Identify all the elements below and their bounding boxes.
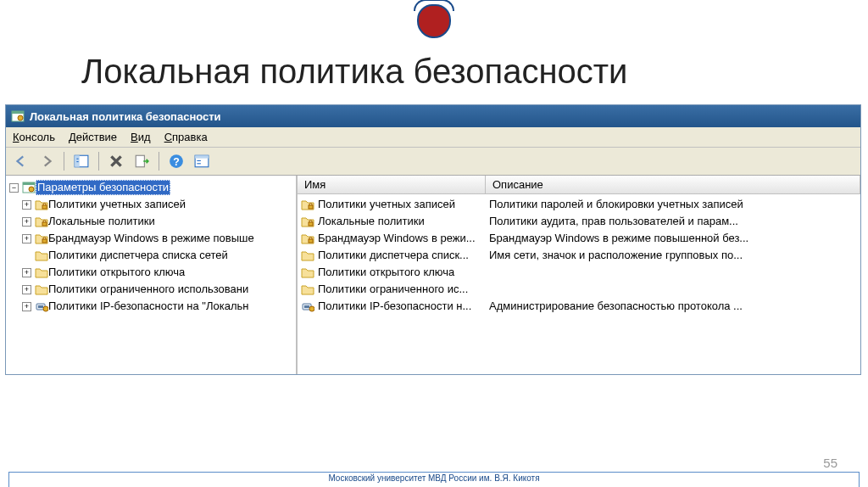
slide-number: 55 (823, 456, 837, 470)
list-item-name: Локальные политики (318, 214, 425, 229)
separator (159, 152, 159, 171)
menu-view[interactable]: Вид (131, 131, 151, 143)
svg-rect-13 (197, 163, 201, 164)
folder-icon (301, 249, 314, 262)
ipsec-icon (35, 299, 48, 313)
svg-rect-6 (76, 161, 78, 162)
tree-item-label: Локальные политики (48, 214, 155, 229)
tree-item[interactable]: Параметры безопасности (8, 179, 294, 196)
expander-icon[interactable] (9, 183, 19, 193)
export-button[interactable] (131, 151, 152, 171)
folder-icon (35, 249, 48, 262)
svg-rect-1 (12, 111, 24, 114)
svg-rect-24 (309, 222, 313, 226)
tree-item[interactable]: Брандмауэр Windows в режиме повыше (8, 230, 294, 247)
tree-item[interactable]: Локальные политики (8, 213, 294, 230)
svg-rect-23 (309, 205, 313, 209)
list-item-description: Имя сети, значок и расположение групповы… (486, 248, 857, 263)
properties-button[interactable] (192, 151, 212, 171)
slide-title: Локальная политика безопасности (81, 53, 868, 91)
svg-point-28 (309, 306, 314, 311)
delete-button[interactable] (106, 151, 126, 171)
list-item-name: Политики ограниченного ис... (318, 282, 468, 297)
list-item[interactable]: Политики IP-безопасности н...Администрир… (298, 298, 860, 315)
list-item[interactable]: Локальные политикиПолитики аудита, прав … (298, 213, 860, 230)
tree-item-label: Политики учетных записей (48, 197, 186, 212)
expander-icon[interactable] (22, 234, 31, 244)
folder-lock-icon (301, 198, 314, 211)
folder-lock-icon (301, 232, 314, 245)
list-item[interactable]: Политики диспетчера списк...Имя сети, зн… (298, 247, 860, 264)
menu-help[interactable]: Справка (164, 131, 208, 143)
list-item-name: Политики учетных записей (318, 197, 455, 212)
folder-lock-icon (35, 198, 48, 211)
expander-icon[interactable] (22, 285, 31, 294)
show-hide-tree-button[interactable] (71, 151, 92, 171)
footer-bar: Московский университет МВД России им. В.… (8, 472, 860, 487)
svg-text:?: ? (173, 156, 180, 168)
tree-item[interactable]: Политики IP-безопасности на "Локальн (8, 298, 294, 315)
list-item[interactable]: Политики учетных записейПолитики паролей… (298, 196, 860, 213)
tree-item[interactable]: Политики диспетчера списка сетей (8, 247, 294, 264)
svg-rect-25 (309, 239, 313, 243)
svg-rect-21 (38, 305, 43, 308)
list-item-name: Брандмауэр Windows в режи... (318, 231, 476, 246)
folder-icon (35, 266, 48, 279)
svg-rect-7 (136, 155, 144, 167)
forward-button[interactable] (36, 151, 57, 171)
column-description-header[interactable]: Описание (486, 176, 860, 193)
menu-console[interactable]: Консоль (13, 131, 55, 143)
list-item-description: Брандмауэр Windows в режиме повышенной б… (486, 231, 857, 246)
column-name-header[interactable]: Имя (298, 176, 486, 193)
list-item-description: Политики паролей и блокировки учетных за… (486, 197, 857, 212)
expander-icon (22, 251, 31, 260)
toolbar: ? (6, 148, 860, 176)
window-titlebar: Локальная политика безопасности (6, 105, 860, 127)
svg-point-2 (18, 115, 23, 120)
list-item[interactable]: Политики открытого ключа (298, 264, 860, 281)
back-button[interactable] (11, 151, 31, 171)
folder-lock-icon (35, 232, 48, 245)
tree-pane[interactable]: Параметры безопасностиПолитики учетных з… (6, 176, 298, 374)
expander-icon[interactable] (22, 200, 31, 210)
svg-rect-27 (304, 305, 309, 308)
list-item[interactable]: Брандмауэр Windows в режи...Брандмауэр W… (298, 230, 860, 247)
expander-icon[interactable] (22, 268, 31, 277)
tree-item-label: Политики IP-безопасности на "Локальн (48, 299, 248, 314)
folder-lock-icon (35, 215, 48, 228)
svg-rect-18 (42, 222, 47, 226)
app-icon (11, 109, 25, 123)
tree-item-label: Политики ограниченного использовани (48, 282, 248, 297)
expander-icon[interactable] (22, 217, 31, 227)
tree-item-label: Политики диспетчера списка сетей (48, 248, 228, 263)
folder-icon (35, 283, 48, 296)
svg-point-16 (29, 187, 34, 192)
menubar: Консоль Действие Вид Справка (6, 127, 860, 148)
tree-item[interactable]: Политики ограниченного использовани (8, 281, 294, 298)
list-item-description: Администрирование безопасностью протокол… (486, 299, 857, 314)
tree-item[interactable]: Политики открытого ключа (8, 264, 294, 281)
separator (64, 152, 64, 171)
ipsec-icon (301, 299, 314, 313)
tree-item-label: Политики открытого ключа (48, 265, 185, 280)
list-item-name: Политики диспетчера списк... (318, 248, 469, 263)
folder-icon (301, 266, 314, 279)
folder-icon (301, 283, 314, 296)
tree-item[interactable]: Политики учетных записей (8, 196, 294, 213)
security-icon (22, 181, 36, 194)
window-title: Локальная политика безопасности (30, 110, 221, 123)
menu-action[interactable]: Действие (69, 131, 117, 143)
list-pane: Имя Описание Политики учетных записейПол… (298, 176, 860, 374)
help-button[interactable]: ? (166, 151, 186, 171)
list-item[interactable]: Политики ограниченного ис... (298, 281, 860, 298)
secpol-window: Локальная политика безопасности Консоль … (5, 104, 861, 375)
list-body[interactable]: Политики учетных записейПолитики паролей… (298, 194, 860, 316)
expander-icon[interactable] (22, 302, 31, 311)
tree-item-label: Параметры безопасности (36, 180, 170, 195)
folder-lock-icon (301, 215, 314, 228)
slide-logo (409, 0, 459, 42)
svg-rect-19 (42, 239, 47, 243)
list-item-name: Политики IP-безопасности н... (318, 299, 471, 314)
list-item-name: Политики открытого ключа (318, 265, 454, 280)
svg-rect-12 (197, 160, 201, 161)
